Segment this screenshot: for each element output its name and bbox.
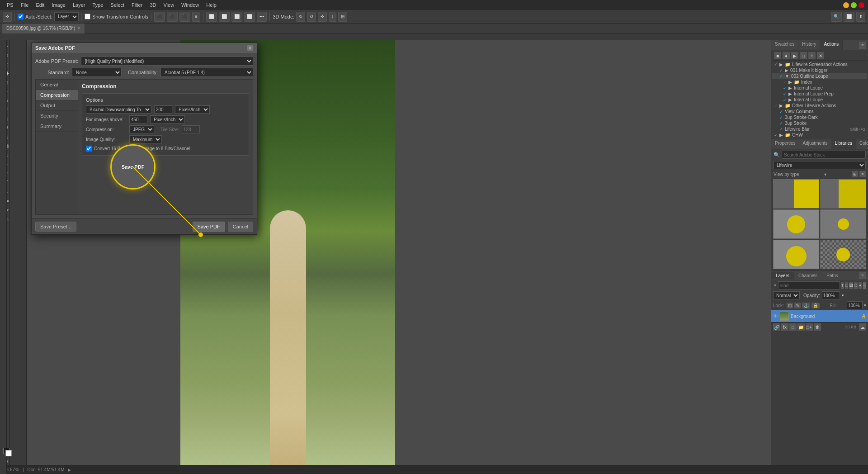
layers-panel-options-btn[interactable]: ≡ (859, 272, 866, 279)
lib-thumb-1[interactable] (773, 179, 819, 209)
show-transform-checkbox[interactable] (85, 14, 90, 19)
menu-help[interactable]: Help (203, 1, 220, 9)
list-item[interactable]: ✓ ▶ 001 Make it bigger (772, 67, 867, 73)
lib-thumb-2[interactable] (820, 179, 866, 209)
lib-thumb-3[interactable] (773, 209, 819, 239)
list-item[interactable]: ✓ ▶ 📁 Index (772, 79, 867, 85)
text-filter-btn[interactable]: T (841, 282, 844, 289)
action-record-btn[interactable]: ● (783, 52, 790, 59)
align-middle[interactable]: ⬜ (219, 12, 230, 22)
tab-close-btn[interactable]: × (77, 26, 80, 31)
search-btn[interactable]: 🔍 (831, 12, 842, 22)
downsample-unit[interactable]: Pixels/Inch (175, 105, 210, 114)
list-item[interactable]: ✓ 3up Stroke (772, 120, 867, 126)
cloud-sync-btn[interactable]: ☁ (859, 323, 866, 331)
images-above-input[interactable] (129, 115, 147, 123)
lib-thumb-4[interactable] (820, 209, 866, 239)
tab-properties[interactable]: Properties (771, 139, 799, 149)
list-item[interactable]: ✓ ▼ 002 Outline Loupe (772, 73, 867, 79)
delete-layer-btn[interactable]: 🗑 (814, 323, 821, 331)
align-space[interactable]: ⬜ (244, 12, 255, 22)
lib-thumb-5[interactable] (773, 240, 819, 269)
3d-slide[interactable]: ↕ (329, 12, 336, 22)
compatibility-dropdown[interactable]: Acrobat 5 (PDF 1.4) (160, 68, 253, 77)
lock-all-btn[interactable]: 🔒 (811, 303, 820, 308)
tab-swatches[interactable]: Swatches (771, 40, 798, 50)
cancel-button[interactable]: Cancel (228, 222, 253, 232)
view-type-chevron[interactable]: ▾ (824, 172, 826, 177)
align-center[interactable]: ⬛ (167, 12, 178, 22)
menu-file[interactable]: File (18, 1, 32, 9)
maximize-button[interactable] (851, 2, 857, 8)
list-item[interactable]: ✓ 3up Stroke-Dark (772, 114, 867, 120)
lock-pixels-btn[interactable]: ⊡ (787, 303, 793, 308)
lock-artboard-btn[interactable]: ⚓ (802, 303, 810, 308)
dialog-close-button[interactable]: × (247, 45, 253, 51)
smart-filter-btn[interactable]: ⬡ (854, 282, 858, 289)
auto-select-dropdown[interactable]: Layer (54, 12, 79, 21)
quality-select[interactable]: Maximum (129, 135, 162, 143)
auto-select-checkbox[interactable] (18, 14, 24, 19)
downsample-select[interactable]: Bicubic Downsampling To (86, 105, 151, 114)
img-filter-btn[interactable]: 🖼 (849, 282, 853, 289)
tab-paths[interactable]: Paths (822, 272, 843, 280)
standard-dropdown[interactable]: None (72, 68, 122, 77)
preset-dropdown[interactable]: [High Quality Print] (Modified) (81, 57, 253, 66)
link-layers-btn[interactable]: 🔗 (773, 323, 780, 331)
action-add-btn[interactable]: □ (800, 52, 807, 59)
fill-input[interactable] (847, 301, 863, 309)
layer-item-background[interactable]: 👁 Background 🔒 (771, 310, 868, 322)
new-group-btn[interactable]: 📁 (797, 323, 805, 331)
distribute[interactable]: ≡ (192, 12, 200, 22)
compression-select[interactable]: JPEG (129, 125, 154, 133)
blend-mode-select[interactable]: Normal (773, 291, 800, 299)
menu-view[interactable]: View (160, 1, 177, 9)
menu-image[interactable]: Image (48, 1, 69, 9)
align-left[interactable]: ⬛ (154, 12, 165, 22)
action-stop-btn[interactable]: ■ (774, 52, 781, 59)
menu-type[interactable]: Type (90, 1, 107, 9)
sidebar-security[interactable]: Security (36, 111, 78, 121)
panel-options-btn[interactable]: ≡ (859, 42, 866, 49)
opacity-arrow[interactable]: ▾ (842, 293, 844, 298)
align-top[interactable]: ⬜ (206, 12, 217, 22)
3d-roll[interactable]: ↺ (307, 12, 316, 22)
library-search-input[interactable] (782, 151, 866, 159)
sidebar-output[interactable]: Output (36, 100, 78, 111)
3d-pan[interactable]: ✛ (318, 12, 327, 22)
menu-3d[interactable]: 3D (146, 1, 159, 9)
menu-filter[interactable]: Filter (128, 1, 146, 9)
downsample-value-input[interactable] (154, 105, 172, 114)
list-item[interactable]: ✓ ▶ Internal Loupe (772, 97, 867, 103)
save-preset-button[interactable]: Save Preset... (35, 222, 76, 232)
menu-layer[interactable]: Layer (70, 1, 89, 9)
right-arrow-status[interactable]: ▶ (68, 468, 71, 472)
document-tab[interactable]: DSC00590.jpg @ 16.7% (RGB/8*) × (2, 24, 85, 33)
action-delete-btn[interactable]: ✕ (817, 52, 824, 59)
background-color[interactable] (5, 450, 12, 456)
menu-ps[interactable]: PS (4, 1, 17, 9)
tab-channels[interactable]: Channels (794, 272, 822, 280)
move-tool[interactable]: ✛ (3, 12, 12, 22)
toggle-filter-btn[interactable]: ○ (863, 282, 866, 289)
lock-position-btn[interactable]: ✎ (794, 303, 801, 308)
list-item[interactable]: ✓ ▶ Internal Loupe Prep (772, 91, 867, 97)
library-dropdown[interactable]: Lifewire (774, 161, 866, 169)
new-layer-btn[interactable]: □+ (806, 323, 813, 331)
sidebar-compression[interactable]: Compression (36, 90, 78, 100)
convert-checkbox[interactable] (86, 146, 92, 152)
list-item[interactable]: ✓ ▶ Internal Loupe (772, 85, 867, 91)
close-button[interactable] (859, 2, 864, 8)
list-item[interactable]: ✓ Lifewire Blur Shift+F2 (772, 126, 867, 132)
lib-thumb-6[interactable] (820, 240, 866, 269)
layer-visibility-icon[interactable]: 👁 (773, 313, 778, 319)
tab-libraries[interactable]: Libraries (831, 139, 856, 149)
shape-filter-btn[interactable]: □ (845, 282, 848, 289)
sidebar-general[interactable]: General (36, 80, 78, 90)
tab-layers[interactable]: Layers (771, 272, 794, 280)
images-above-unit[interactable]: Pixels/Inch (150, 115, 185, 123)
list-view-btn[interactable]: ≡ (859, 171, 866, 177)
workspace-btn[interactable]: ⬜ (844, 12, 854, 22)
menu-window[interactable]: Window (178, 1, 202, 9)
action-play-btn[interactable]: ▶ (791, 52, 798, 59)
